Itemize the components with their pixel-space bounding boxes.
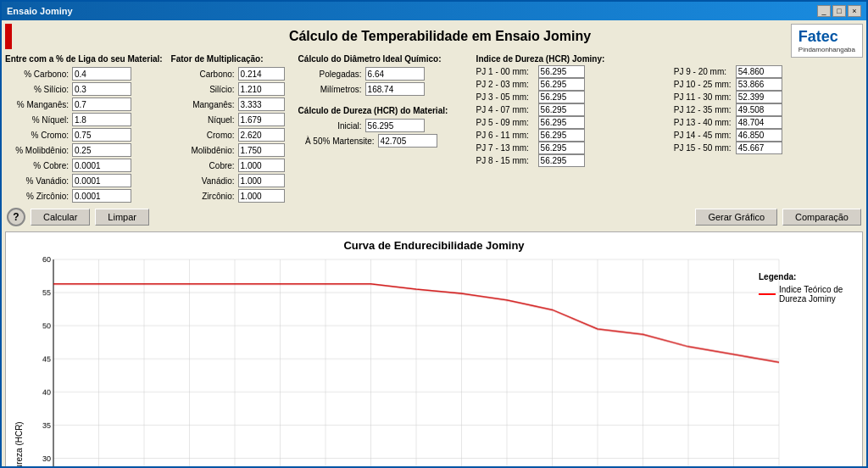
logo-sub: Pindamonhangaba: [798, 46, 855, 53]
fator-input-carbono[interactable]: [238, 67, 285, 81]
main-content: Cálculo de Temperabilidade em Ensaio Jom…: [2, 20, 866, 466]
hcr-input-9[interactable]: [736, 78, 782, 91]
chart-area: Índice de Dureza (HCR) Pontos Jominy (PJ…: [13, 255, 855, 466]
hcr-row-2: PJ 3 - 05 mm:: [476, 91, 665, 103]
input-polegadas[interactable]: [365, 67, 425, 81]
input-inicial[interactable]: [365, 119, 425, 132]
input-cobre[interactable]: [72, 159, 131, 172]
input-molibdenio[interactable]: [72, 143, 131, 157]
maximize-button[interactable]: □: [832, 5, 846, 17]
fator-input-niquel[interactable]: [238, 113, 285, 126]
hcr-input-10[interactable]: [736, 91, 782, 103]
fator-label-vanadio: Vanádio:: [171, 176, 235, 186]
hcr-input-4[interactable]: [538, 116, 585, 129]
fator-cobre: Cobre:: [171, 159, 290, 172]
minimize-button[interactable]: _: [817, 5, 831, 17]
calc-martensite: À 50% Martensite:: [298, 134, 468, 148]
input-manganes[interactable]: [72, 98, 131, 111]
label-cromo: % Cromo:: [5, 131, 69, 140]
field-vanadio: % Vanádio:: [5, 174, 163, 187]
field-molibdenio: % Molibdênio:: [5, 143, 163, 157]
y-axis-label: Índice de Dureza (HCR): [13, 255, 24, 466]
label-carbono: % Carbono:: [5, 70, 69, 79]
input-zirconio[interactable]: [72, 189, 131, 203]
hcr-label-6: PJ 7 - 13 mm:: [476, 143, 536, 153]
calc-milimetros: Milímetros:: [298, 82, 468, 96]
hcr-col: Indice de Dureza (HCR) Jominy: PJ 1 - 00…: [476, 54, 863, 203]
hcr-label-4: PJ 5 - 09 mm:: [476, 118, 536, 127]
hcr-row-7: PJ 8 - 15 mm:: [476, 154, 665, 167]
material-inputs-col: Entre com a % de Liga do seu Material: %…: [5, 54, 163, 203]
fator-input-silicio[interactable]: [238, 82, 285, 96]
input-silicio[interactable]: [72, 82, 131, 96]
hcr-label-3: PJ 4 - 07 mm:: [476, 105, 536, 114]
hcr-row-9: PJ 10 - 25 mm:: [674, 78, 863, 91]
fator-molibdenio: Molibdênio:: [171, 143, 290, 157]
window-controls: _ □ ×: [817, 5, 861, 17]
hcr-label-13: PJ 14 - 45 mm:: [674, 131, 733, 140]
hcr-input-1[interactable]: [538, 78, 585, 91]
field-zirconio: % Zircônio:: [5, 189, 163, 203]
comparacao-button[interactable]: Comparação: [782, 209, 861, 226]
fator-section-title: Fator de Multiplicação:: [171, 54, 290, 64]
hcr-input-14[interactable]: [736, 142, 782, 154]
titlebar: Ensaio Jominy _ □ ×: [2, 2, 866, 20]
hcr-label-11: PJ 12 - 35 mm:: [674, 105, 733, 114]
hcr-input-6[interactable]: [538, 142, 585, 154]
material-section-title: Entre com a % de Liga do seu Material:: [5, 54, 163, 64]
hcr-row-5: PJ 6 - 11 mm:: [476, 129, 665, 142]
fator-input-cromo[interactable]: [238, 128, 285, 142]
calculo-diametro-title: Cálculo do Diâmetro Ideal Químico:: [298, 54, 468, 64]
fator-input-cobre[interactable]: [238, 159, 285, 172]
fator-input-manganes[interactable]: [238, 98, 285, 111]
hcr-input-3[interactable]: [538, 103, 585, 116]
field-niquel: % Níquel:: [5, 113, 163, 126]
hcr-left-col: PJ 1 - 00 mm: PJ 2 - 03 mm: PJ 3 - 05 mm…: [476, 65, 665, 167]
input-carbono[interactable]: [72, 67, 131, 81]
fator-col: Fator de Multiplicação: Carbono: Silício…: [171, 54, 290, 203]
hcr-row-13: PJ 14 - 45 mm:: [674, 129, 863, 142]
fator-label-zirconio: Zircônio:: [171, 192, 235, 201]
input-milimetros[interactable]: [365, 82, 425, 96]
fator-input-molibdenio[interactable]: [238, 143, 285, 157]
logo-area: Fatec Pindamonhangaba: [791, 24, 863, 58]
hcr-input-12[interactable]: [736, 116, 782, 129]
red-bar-decoration: [5, 24, 12, 49]
fator-input-vanadio[interactable]: [238, 174, 285, 187]
limpar-button[interactable]: Limpar: [95, 209, 149, 226]
header-section: Cálculo de Temperabilidade em Ensaio Jom…: [5, 24, 863, 49]
hcr-input-5[interactable]: [538, 129, 585, 142]
input-martensite[interactable]: [378, 134, 437, 148]
hcr-input-0[interactable]: [538, 65, 585, 78]
field-cobre: % Cobre:: [5, 159, 163, 172]
hcr-row-8: PJ 9 - 20 mm:: [674, 65, 863, 78]
close-button[interactable]: ×: [848, 5, 861, 17]
fator-input-zirconio[interactable]: [238, 189, 285, 203]
help-button[interactable]: ?: [7, 208, 25, 226]
chart-inner: Pontos Jominy (PJ) de Verificação de Dur…: [24, 255, 855, 466]
fator-label-carbono: Carbono:: [171, 70, 235, 79]
hcr-label-5: PJ 6 - 11 mm:: [476, 131, 536, 140]
hcr-row-12: PJ 13 - 40 mm:: [674, 116, 863, 129]
hcr-label-1: PJ 2 - 03 mm:: [476, 80, 536, 89]
main-window: Ensaio Jominy _ □ × Cálculo de Temperabi…: [0, 0, 868, 468]
hcr-input-13[interactable]: [736, 129, 782, 142]
input-vanadio[interactable]: [72, 174, 131, 187]
hcr-label-9: PJ 10 - 25 mm:: [674, 80, 733, 89]
gerar-grafico-button[interactable]: Gerar Gráfico: [695, 209, 777, 226]
hcr-input-11[interactable]: [736, 103, 782, 116]
hcr-input-7[interactable]: [538, 154, 585, 167]
field-carbono: % Carbono:: [5, 67, 163, 81]
calculo-dureza-title: Cálculo de Dureza (HCR) do Material:: [298, 106, 468, 115]
fator-label-niquel: Níquel:: [171, 115, 235, 125]
hcr-row-3: PJ 4 - 07 mm:: [476, 103, 665, 116]
input-niquel[interactable]: [72, 113, 131, 126]
fator-niquel: Níquel:: [171, 113, 290, 126]
hcr-input-2[interactable]: [538, 91, 585, 103]
legend-item: Indice Teórico de Dureza Jominy: [759, 285, 847, 304]
calcular-button[interactable]: Calcular: [31, 209, 90, 226]
input-cromo[interactable]: [72, 128, 131, 142]
hcr-input-8[interactable]: [736, 65, 782, 78]
page-title: Cálculo de Temperabilidade em Ensaio Jom…: [17, 29, 863, 44]
label-milimetros: Milímetros:: [298, 85, 362, 94]
